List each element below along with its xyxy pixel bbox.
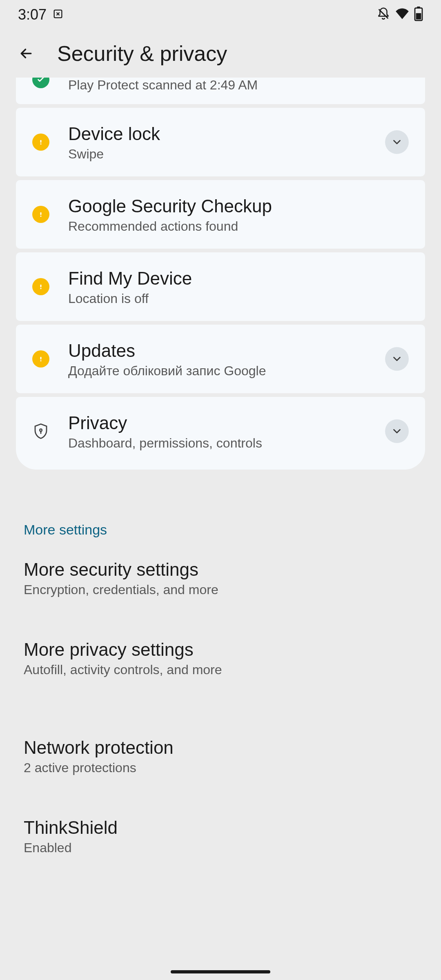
expand-button[interactable] <box>385 130 409 154</box>
svg-point-6 <box>40 143 42 145</box>
more-privacy-subtitle: Autofill, activity controls, and more <box>24 662 417 677</box>
google-checkup-subtitle: Recommended actions found <box>68 219 409 234</box>
network-title: Network protection <box>24 736 417 759</box>
warning-icon <box>32 134 49 151</box>
warning-icon <box>32 206 49 223</box>
shield-icon <box>32 423 49 440</box>
page-title: Security & privacy <box>57 41 227 66</box>
navigation-handle[interactable] <box>171 970 270 973</box>
updates-title: Updates <box>68 339 366 362</box>
google-checkup-title: Google Security Checkup <box>68 195 409 217</box>
privacy-card[interactable]: Privacy Dashboard, permissions, controls <box>16 397 425 470</box>
app-security-subtitle: Play Protect scanned at 2:49 AM <box>68 78 409 93</box>
find-device-subtitle: Location is off <box>68 291 409 306</box>
thinkshield-title: ThinkShield <box>24 816 417 839</box>
svg-point-10 <box>40 288 42 289</box>
wifi-icon <box>394 6 410 23</box>
battery-saver-icon <box>52 8 64 21</box>
updates-subtitle: Додайте обліковий запис Google <box>68 363 366 379</box>
google-checkup-card[interactable]: Google Security Checkup Recommended acti… <box>16 180 425 249</box>
status-right <box>376 6 423 23</box>
svg-rect-11 <box>40 357 42 360</box>
svg-rect-5 <box>40 140 42 143</box>
svg-rect-7 <box>40 212 42 215</box>
updates-card[interactable]: Updates Додайте обліковий запис Google <box>16 325 425 393</box>
device-lock-subtitle: Swipe <box>68 147 366 162</box>
svg-rect-9 <box>40 285 42 287</box>
setting-list: More security settings Encryption, crede… <box>0 538 441 876</box>
back-button[interactable] <box>18 45 34 62</box>
device-lock-title: Device lock <box>68 122 366 145</box>
more-security-title: More security settings <box>24 558 417 581</box>
thinkshield-item[interactable]: ThinkShield Enabled <box>24 796 417 876</box>
more-privacy-item[interactable]: More privacy settings Autofill, activity… <box>24 618 417 698</box>
device-lock-card[interactable]: Device lock Swipe <box>16 108 425 176</box>
section-header: More settings <box>0 470 441 538</box>
status-bar: 3:07 <box>0 0 441 29</box>
card-area: Play Protect scanned at 2:49 AM Device l… <box>0 78 441 470</box>
more-security-item[interactable]: More security settings Encryption, crede… <box>24 538 417 618</box>
warning-icon <box>32 278 49 295</box>
expand-button[interactable] <box>385 419 409 443</box>
svg-point-8 <box>40 216 42 217</box>
check-icon <box>32 78 49 88</box>
header: Security & privacy <box>0 29 441 78</box>
find-device-card[interactable]: Find My Device Location is off <box>16 252 425 321</box>
thinkshield-subtitle: Enabled <box>24 840 417 855</box>
privacy-title: Privacy <box>68 412 366 434</box>
warning-icon <box>32 350 49 368</box>
notifications-off-icon <box>376 7 390 22</box>
more-security-subtitle: Encryption, credentials, and more <box>24 582 417 597</box>
svg-rect-4 <box>416 13 421 19</box>
app-security-card[interactable]: Play Protect scanned at 2:49 AM <box>16 78 425 104</box>
network-protection-item[interactable]: Network protection 2 active protections <box>24 698 417 796</box>
privacy-subtitle: Dashboard, permissions, controls <box>68 436 366 451</box>
find-device-title: Find My Device <box>68 267 409 290</box>
more-privacy-title: More privacy settings <box>24 638 417 661</box>
status-left: 3:07 <box>18 6 64 23</box>
expand-button[interactable] <box>385 347 409 371</box>
svg-point-12 <box>40 360 42 361</box>
battery-icon <box>414 7 423 23</box>
status-time: 3:07 <box>18 6 47 23</box>
network-subtitle: 2 active protections <box>24 760 417 775</box>
